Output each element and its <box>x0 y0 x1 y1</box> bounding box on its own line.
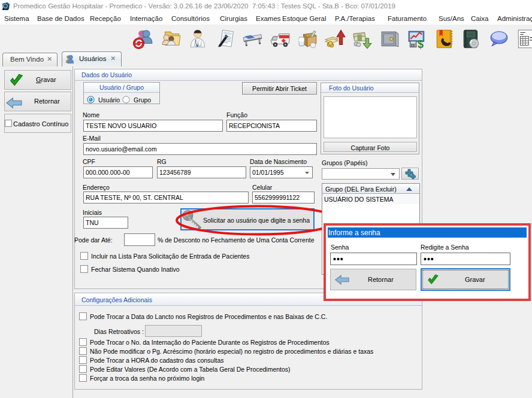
svg-text:$: $ <box>418 38 424 50</box>
